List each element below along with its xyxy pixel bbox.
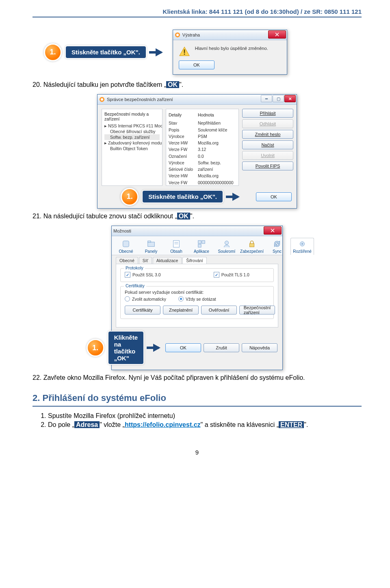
close-button[interactable] xyxy=(264,226,282,235)
maximize-button[interactable]: ▢ xyxy=(273,95,284,102)
step-22: 22. Zavřete okno Mozilla Firefox. Nyní j… xyxy=(32,374,362,381)
options-dialog: Možnosti Obecné Panely Obsah Aplikace So… xyxy=(111,226,283,370)
window-buttons: ━ ▢ ✕ xyxy=(261,95,296,102)
dev-titlebar: Správce bezpečnostních zařízení ━ ▢ ✕ xyxy=(98,95,297,105)
group-title: Certifikáty xyxy=(124,283,146,288)
svg-rect-3 xyxy=(184,54,185,55)
page-number: 9 xyxy=(32,449,362,456)
step-20: 20. Následující tabulku jen potvrďte tla… xyxy=(32,81,362,88)
svg-point-18 xyxy=(301,243,303,245)
security-devices-button[interactable]: Bezpečnostní zařízení xyxy=(239,306,275,314)
dev-title: Správce bezpečnostních zařízení xyxy=(107,97,173,102)
tab-general[interactable]: Obecné xyxy=(114,238,138,255)
tabs-icon xyxy=(147,239,156,248)
options-tabs: Obecné Panely Obsah Aplikace Soukromí Za… xyxy=(112,236,282,255)
list-item: Do pole „Adresa" vložte „https://efolio.… xyxy=(48,421,362,429)
highlight-enter: ENTER xyxy=(279,421,304,428)
svg-rect-14 xyxy=(198,244,201,247)
tree-node[interactable]: Builtin Object Token xyxy=(104,146,160,151)
tab-advanced[interactable]: Rozšířené xyxy=(290,238,314,255)
alert-message: Hlavní heslo bylo úspěšně změněno. xyxy=(195,46,268,51)
subtab-update[interactable]: Aktualizace xyxy=(153,257,182,264)
subtab-encryption[interactable]: Šifrování xyxy=(182,257,206,264)
highlight-ok: OK xyxy=(177,213,190,220)
tab-content[interactable]: Obsah xyxy=(165,238,188,255)
sync-icon xyxy=(273,239,282,248)
callout-badge: 1. xyxy=(87,339,104,357)
callout-label: Klikněte na tlačítko „OK" xyxy=(108,331,144,365)
validation-button[interactable]: Ověřování xyxy=(201,306,237,314)
subtab-general[interactable]: Obecné xyxy=(116,257,138,264)
callout-1: 1. Stiskněte tlačítko „OK". xyxy=(65,45,147,59)
callout-label: Stiskněte tlačítko „OK". xyxy=(65,45,147,59)
callout-badge: 1. xyxy=(121,188,139,206)
tree-node[interactable]: ▸ Zabudovaný kořenový modul xyxy=(104,140,160,146)
callout-2: 1. Stiskněte tlačítko „OK". xyxy=(142,190,223,203)
value-header: Hodnota xyxy=(198,111,236,120)
revocation-button[interactable]: Zneplatnění xyxy=(163,306,199,314)
ok-button[interactable]: OK xyxy=(165,343,201,352)
opt-titlebar: Možnosti xyxy=(112,226,282,236)
ask-radio[interactable]: Vždy se dotázat xyxy=(178,296,216,302)
svg-rect-7 xyxy=(148,242,155,246)
header-rule xyxy=(32,17,362,17)
certificates-group: Certifikáty Pokud server vyžaduje osobní… xyxy=(120,286,274,319)
unload-button[interactable]: Uvolnit xyxy=(242,151,293,160)
svg-rect-6 xyxy=(123,241,129,247)
device-manager-dialog: Správce bezpečnostních zařízení ━ ▢ ✕ Be… xyxy=(97,94,297,209)
tab-security[interactable]: Zabezpečení xyxy=(240,238,264,255)
alert-body: Hlavní heslo bylo úspěšně změněno. xyxy=(173,40,287,60)
efolio-link[interactable]: https://efolio.cpinvest.cz xyxy=(125,421,201,428)
gear-icon xyxy=(121,239,130,248)
svg-rect-2 xyxy=(184,50,185,53)
close-button[interactable] xyxy=(268,30,286,39)
subtabs: Obecné Síť Aktualizace Šifrování xyxy=(112,255,282,264)
list-item: Spustíte Mozilla Firefox (prohlížeč inte… xyxy=(48,412,362,420)
opt-title: Možnosti xyxy=(113,228,131,233)
modules-tree[interactable]: Bezpečnostní moduly a zařízení ▸ NSS Int… xyxy=(102,109,162,186)
arrow-icon xyxy=(153,344,160,352)
app-icon xyxy=(175,32,180,38)
section-heading: 2. Přihlášení do systému eFolio xyxy=(32,393,362,403)
lock-icon xyxy=(247,239,256,248)
ok-button[interactable]: OK xyxy=(256,192,292,201)
apps-icon xyxy=(197,239,206,248)
step-21: 21. Na následující tabulce znovu stačí o… xyxy=(32,213,362,220)
minimize-button[interactable]: ━ xyxy=(261,95,272,102)
highlight-ok: OK xyxy=(166,81,179,88)
tree-node-selected[interactable]: Softw. bezp. zařízení xyxy=(104,134,160,140)
fips-button[interactable]: Povolit FIPS xyxy=(242,162,293,170)
tab-privacy[interactable]: Soukromí xyxy=(215,238,238,255)
protocols-group: Protokoly ✓Použít SSL 3.0 ✓Použít TLS 1.… xyxy=(120,268,274,282)
radio-icon xyxy=(178,296,184,302)
certificates-button[interactable]: Certifikáty xyxy=(125,306,160,314)
svg-rect-12 xyxy=(198,241,201,243)
login-button[interactable]: Přihlásit xyxy=(242,109,293,118)
tab-applications[interactable]: Aplikace xyxy=(190,238,213,255)
tab-sync[interactable]: Sync xyxy=(265,238,289,255)
change-password-button[interactable]: Změnit heslo xyxy=(242,130,293,139)
heading-rule xyxy=(32,406,362,407)
load-button[interactable]: Načíst xyxy=(242,140,293,149)
alert-titlebar: Výstraha xyxy=(173,30,287,40)
svg-rect-16 xyxy=(250,243,254,247)
close-button[interactable]: ✕ xyxy=(284,95,296,102)
callout-badge: 1. xyxy=(44,43,62,61)
steps-list: Spustíte Mozilla Firefox (prohlížeč inte… xyxy=(48,412,362,429)
auto-radio[interactable]: Zvolit automaticky xyxy=(125,296,166,302)
group-title: Protokoly xyxy=(124,265,145,270)
tls-checkbox[interactable]: ✓Použít TLS 1.0 xyxy=(214,272,249,278)
page-header: Klientská linka: 844 111 121 (od 8 do 16… xyxy=(32,8,362,15)
options-panel: Protokoly ✓Použít SSL 3.0 ✓Použít TLS 1.… xyxy=(116,264,278,327)
cert-text: Pokud server vyžaduje osobní certifikát: xyxy=(125,290,269,295)
logout-button[interactable]: Odhlásit xyxy=(242,119,293,128)
subtab-network[interactable]: Síť xyxy=(139,257,152,264)
cancel-button[interactable]: Zrušit xyxy=(204,343,239,352)
ssl-checkbox[interactable]: ✓Použít SSL 3.0 xyxy=(125,272,161,278)
tree-node[interactable]: Obecné šifrovací služby xyxy=(104,129,160,134)
tab-tabs[interactable]: Panely xyxy=(139,238,163,255)
checkbox-icon: ✓ xyxy=(125,272,130,278)
ok-button[interactable]: OK xyxy=(179,60,214,69)
tree-node[interactable]: ▸ NSS Internal PKCS #11 Module xyxy=(104,123,160,129)
help-button[interactable]: Nápověda xyxy=(242,343,277,352)
